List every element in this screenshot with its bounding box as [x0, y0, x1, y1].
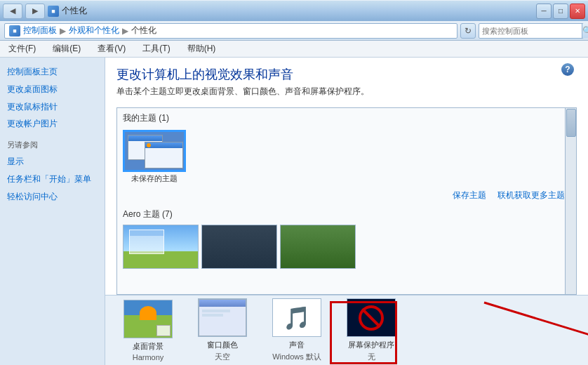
sidebar: 控制面板主页 更改桌面图标 更改鼠标指针 更改帐户图片 另请参阅 显示 任务栏和… — [0, 58, 105, 365]
my-themes-label: 我的主题 (1) — [117, 108, 576, 127]
aero-theme-arch[interactable] — [201, 225, 277, 269]
aero-themes-label: Aero 主题 (7) — [117, 204, 576, 223]
window-color-bar — [199, 300, 246, 307]
theme-item-unsaved[interactable]: 未保存的主题 — [123, 130, 186, 184]
menu-edit[interactable]: 编辑(E) — [50, 41, 83, 56]
sidebar-section-title: 另请参阅 — [7, 140, 98, 150]
search-button[interactable]: 🔍 — [582, 24, 588, 38]
sound-sublabel: Windows 默认 — [272, 352, 321, 362]
unsaved-window2 — [145, 142, 183, 168]
window-controls: ─ □ ✕ — [536, 4, 585, 19]
sidebar-link-ease[interactable]: 轻松访问中心 — [7, 191, 98, 203]
theme-links: 保存主题 联机获取更多主题 — [117, 187, 576, 204]
scrollbar[interactable] — [565, 108, 576, 294]
sidebar-link-mouse[interactable]: 更改鼠标指针 — [7, 101, 98, 113]
screensaver-sublabel: 无 — [368, 352, 375, 362]
help-icon[interactable]: ? — [561, 63, 574, 76]
menu-tools[interactable]: 工具(T) — [140, 41, 173, 56]
sidebar-link-account-picture[interactable]: 更改帐户图片 — [7, 118, 98, 130]
window-color-visual — [199, 299, 246, 336]
unsaved-window2-bar — [145, 142, 182, 148]
screensaver-icon — [347, 299, 395, 336]
window-color-icon — [198, 298, 247, 337]
content-subtitle: 单击某个主题立即更改桌面背景、窗口颜色、声音和屏幕保护程序。 — [116, 86, 577, 98]
aero-theme-sky[interactable] — [123, 225, 199, 269]
theme-preview-unsaved — [123, 130, 186, 172]
menu-view[interactable]: 查看(V) — [95, 41, 128, 56]
my-themes-grid: 未保存的主题 — [117, 127, 576, 187]
screensaver-label: 屏幕保护程序 — [348, 340, 394, 350]
screensaver-icon-container — [347, 298, 396, 337]
main-layout: 控制面板主页 更改桌面图标 更改鼠标指针 更改帐户图片 另请参阅 显示 任务栏和… — [0, 58, 588, 365]
sidebar-link-desktop-icons[interactable]: 更改桌面图标 — [7, 84, 98, 95]
minimize-button[interactable]: ─ — [536, 4, 552, 19]
window-color-label: 窗口颜色 — [207, 340, 238, 350]
win-icon-small — [147, 143, 151, 147]
content-header: 更改计算机上的视觉效果和声音 单击某个主题立即更改桌面背景、窗口颜色、声音和屏幕… — [105, 58, 588, 107]
close-button[interactable]: ✕ — [570, 4, 585, 19]
title-bar-left: ◀ ▶ ■ 个性化 — [3, 4, 87, 19]
desktop-bg-icon — [123, 300, 173, 338]
unsaved-window1-bar — [128, 135, 162, 141]
path-icon: ■ — [9, 25, 20, 36]
desktop-bg-visual — [124, 300, 172, 338]
title-bar: ◀ ▶ ■ 个性化 ─ □ ✕ — [0, 0, 588, 21]
menu-help[interactable]: 帮助(H) — [185, 41, 219, 56]
forward-button[interactable]: ▶ — [25, 4, 45, 19]
window-icon: ■ — [48, 6, 59, 17]
desktop-bg-option[interactable]: 桌面背景 Harmony — [116, 300, 180, 361]
address-path[interactable]: ■ 控制面板 ▶ 外观和个性化 ▶ 个性化 — [4, 23, 457, 39]
desktop-bg-sublabel: Harmony — [133, 353, 164, 361]
unsaved-bg — [125, 132, 186, 172]
sky-window — [129, 230, 164, 254]
sound-option[interactable]: 🎵 声音 Windows 默认 — [265, 298, 328, 362]
menu-bar: 文件(F) 编辑(E) 查看(V) 工具(T) 帮助(H) — [0, 41, 588, 58]
window-title: 个性化 — [62, 5, 87, 17]
sound-icon-container: 🎵 — [272, 298, 321, 337]
path-part-3: 个性化 — [131, 25, 156, 36]
themes-container: 我的主题 (1) — [116, 107, 577, 295]
maximize-button[interactable]: □ — [553, 4, 568, 19]
content-area: ? 更改计算机上的视觉效果和声音 单击某个主题立即更改桌面背景、窗口颜色、声音和… — [105, 58, 588, 365]
screensaver-no-symbol — [359, 305, 384, 331]
window-color-sublabel: 天空 — [215, 352, 230, 362]
get-more-link[interactable]: 联机获取更多主题 — [497, 190, 565, 201]
content-title: 更改计算机上的视觉效果和声音 — [116, 66, 577, 83]
back-button[interactable]: ◀ — [3, 4, 22, 19]
address-bar: ■ 控制面板 ▶ 外观和个性化 ▶ 个性化 ↻ 🔍 — [0, 21, 588, 41]
desktop-bg-label: 桌面背景 — [133, 341, 163, 352]
window-color-option[interactable]: 窗口颜色 天空 — [191, 298, 254, 362]
aero-theme-nature[interactable] — [280, 225, 356, 269]
bottom-bar: 桌面背景 Harmony 窗口颜色 天空 — [105, 295, 588, 365]
sep-1: ▶ — [60, 26, 66, 36]
theme-label-unsaved: 未保存的主题 — [131, 173, 178, 184]
sidebar-link-taskbar[interactable]: 任务栏和「开始」菜单 — [7, 173, 98, 185]
sidebar-link-home[interactable]: 控制面板主页 — [7, 66, 98, 78]
sep-2: ▶ — [122, 26, 128, 36]
path-part-2: 外观和个性化 — [69, 25, 119, 36]
sidebar-link-display[interactable]: 显示 — [7, 156, 98, 168]
sky-window-bar — [130, 230, 163, 236]
scroll-thumb[interactable] — [566, 109, 576, 137]
search-input[interactable] — [479, 27, 582, 35]
path-part-1: 控制面板 — [23, 25, 57, 36]
aero-themes-grid — [117, 223, 576, 272]
sound-icon: 🎵 — [283, 305, 311, 331]
desktop-win-visual — [156, 325, 171, 336]
screensaver-option[interactable]: 屏幕保护程序 无 — [340, 298, 403, 362]
menu-file[interactable]: 文件(F) — [6, 41, 39, 56]
sound-label: 声音 — [289, 340, 305, 350]
refresh-button[interactable]: ↻ — [460, 23, 476, 39]
search-box[interactable]: 🔍 — [479, 23, 584, 39]
svg-line-1 — [484, 303, 588, 341]
save-theme-link[interactable]: 保存主题 — [453, 190, 486, 201]
